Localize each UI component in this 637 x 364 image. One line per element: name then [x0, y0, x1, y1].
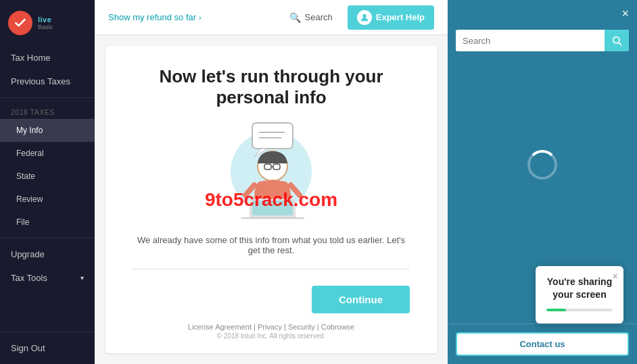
sidebar-item-previous-taxes[interactable]: Previous Taxes: [0, 70, 95, 93]
search-icon: 🔍: [289, 12, 301, 23]
right-panel: × × You're sharing your screen Contact u…: [448, 0, 637, 364]
sidebar-item-federal[interactable]: Federal: [0, 142, 95, 165]
footer-links: License Agreement | Privacy | Security |…: [188, 315, 354, 340]
sharing-popup: × You're sharing your screen: [536, 266, 623, 323]
tax-tools-label: Tax Tools: [11, 273, 47, 283]
chevron-down-icon: ▾: [80, 274, 84, 282]
sidebar-item-upgrade[interactable]: Upgrade: [0, 242, 95, 266]
content-description: We already have some of this info from w…: [133, 235, 410, 255]
sidebar-item-state[interactable]: State: [0, 165, 95, 188]
chevron-right-icon: ›: [199, 14, 202, 22]
illustration: [217, 124, 325, 219]
sharing-text: You're sharing your screen: [546, 276, 613, 302]
close-panel-button[interactable]: ×: [621, 7, 629, 20]
content-divider: [133, 269, 410, 269]
svg-line-10: [291, 185, 300, 195]
content-card: Now let's run through your personal info: [105, 46, 437, 353]
svg-line-15: [619, 43, 621, 45]
sidebar-item-tax-home[interactable]: Tax Home: [0, 46, 95, 70]
nav-section-2018: 2018 TAXES: [0, 102, 95, 119]
page-title: Now let's run through your personal info: [133, 66, 410, 108]
footer-link-cobrowse[interactable]: Cobrowse: [321, 323, 355, 331]
person-illustration: [217, 118, 325, 219]
show-refund-link[interactable]: Show my refund so far ›: [108, 12, 202, 22]
footer-link-license[interactable]: License Agreement: [188, 323, 252, 331]
topbar: Show my refund so far › 🔍 Search Expert …: [95, 0, 448, 35]
search-button[interactable]: 🔍 Search: [283, 8, 339, 27]
expert-help-button[interactable]: Expert Help: [348, 5, 434, 30]
search-label: Search: [305, 12, 333, 22]
svg-line-9: [245, 185, 254, 195]
brand-plan: Basic: [38, 24, 53, 30]
svg-rect-1: [252, 123, 293, 149]
sidebar-item-review[interactable]: Review: [0, 188, 95, 211]
logo-icon: [8, 11, 32, 35]
search-submit-button[interactable]: [605, 30, 629, 51]
logo-area: live Basic: [0, 0, 95, 46]
sidebar: live Basic Tax Home Previous Taxes 2018 …: [0, 0, 95, 364]
sidebar-item-tax-tools[interactable]: Tax Tools ▾: [0, 266, 95, 290]
continue-button[interactable]: Continue: [312, 286, 410, 313]
nav-divider-2: [0, 238, 95, 238]
sharing-popup-close-button[interactable]: ×: [613, 271, 618, 281]
sharing-progress-bar: [546, 309, 613, 311]
main-area: Show my refund so far › 🔍 Search Expert …: [95, 0, 448, 364]
expert-help-label: Expert Help: [376, 12, 425, 22]
right-panel-header: ×: [448, 0, 637, 27]
expert-avatar: [357, 10, 372, 25]
contact-us-button[interactable]: Contact us: [456, 332, 629, 356]
nav-divider: [0, 97, 95, 98]
show-refund-label: Show my refund so far: [108, 12, 196, 22]
svg-rect-12: [252, 201, 293, 215]
loading-spinner: [527, 150, 557, 180]
footer-link-security[interactable]: Security: [288, 323, 315, 331]
sign-out-button[interactable]: Sign Out: [11, 343, 84, 353]
sidebar-nav: Tax Home Previous Taxes 2018 TAXES My In…: [0, 46, 95, 332]
sidebar-item-file[interactable]: File: [0, 211, 95, 234]
search-bar: [456, 30, 629, 51]
search-icon: [611, 35, 622, 46]
sharing-progress-fill: [546, 309, 566, 311]
svg-rect-13: [241, 217, 304, 219]
brand-text: live Basic: [38, 16, 53, 30]
brand-live: live: [38, 16, 53, 24]
footer-link-privacy[interactable]: Privacy: [258, 323, 282, 331]
search-input[interactable]: [456, 30, 605, 51]
copyright-text: © 2018 Intuit Inc. All rights reserved.: [188, 332, 354, 340]
svg-point-0: [362, 14, 366, 17]
sidebar-item-my-info[interactable]: My Info: [0, 119, 95, 142]
sidebar-bottom: Sign Out: [0, 332, 95, 364]
contact-area: Contact us: [448, 323, 637, 364]
